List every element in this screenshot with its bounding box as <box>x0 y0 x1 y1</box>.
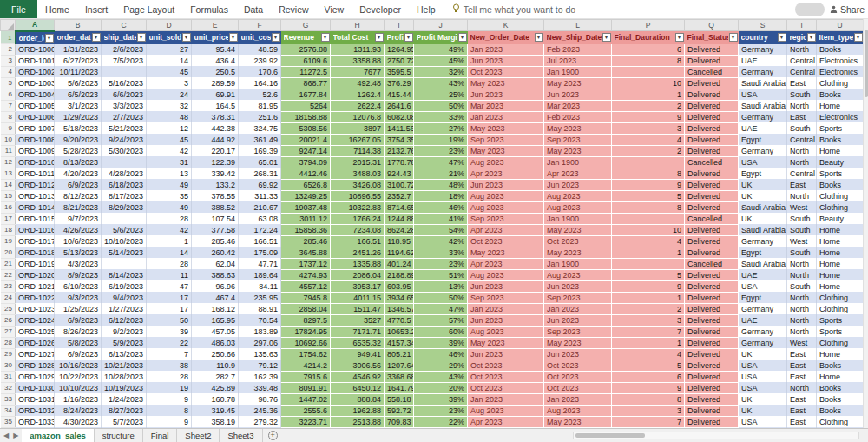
filter-dropdown-icon[interactable]: ▼ <box>45 34 54 43</box>
cell-F7[interactable]: 81.95 <box>239 100 281 111</box>
cell-H8[interactable]: 12076.8 <box>331 111 385 122</box>
row-number-22[interactable]: 22 <box>1 269 16 280</box>
cell-B14[interactable]: 6/9/2023 <box>55 179 102 190</box>
cell-D15[interactable]: 35 <box>147 190 192 201</box>
header-Final_Dauration[interactable]: Final_Dauration▼ <box>612 31 685 44</box>
cell-A16[interactable]: ORD-1014 <box>16 201 55 213</box>
cell-I5[interactable]: 376.29 <box>385 77 414 89</box>
cell-C5[interactable]: 5/16/2023 <box>102 77 147 89</box>
cell-F12[interactable]: 65.01 <box>239 156 281 168</box>
cell-E11[interactable]: 220.17 <box>192 145 239 156</box>
cell-I19[interactable]: 118.95 <box>385 235 414 247</box>
cell-Q19[interactable]: Delivered <box>685 235 739 247</box>
row-number-30[interactable]: 30 <box>1 360 16 371</box>
cell-P14[interactable]: 9 <box>612 179 685 190</box>
row-number-4[interactable]: 4 <box>1 66 16 77</box>
row-number-14[interactable]: 14 <box>1 179 16 190</box>
filter-dropdown-icon[interactable]: ▼ <box>729 33 738 42</box>
row-number-15[interactable]: 15 <box>1 190 16 201</box>
cell-C17[interactable] <box>102 213 147 224</box>
cell-G28[interactable]: 10692.66 <box>281 337 331 348</box>
cell-H12[interactable]: 2015.31 <box>331 156 385 168</box>
cell-U27[interactable]: Sports <box>817 326 864 337</box>
cell-U17[interactable]: Beauty <box>817 213 864 224</box>
cell-B8[interactable]: 1/29/2023 <box>55 111 102 122</box>
cell-K20[interactable]: May 2023 <box>468 247 544 258</box>
cell-C10[interactable]: 9/24/2023 <box>102 134 147 145</box>
cell-E4[interactable]: 250.5 <box>192 66 239 77</box>
cell-F5[interactable]: 164.16 <box>239 77 281 89</box>
cell-U5[interactable]: Clothing <box>817 77 864 89</box>
cell-K24[interactable]: Sep 2023 <box>468 292 544 303</box>
cell-F32[interactable]: 339.48 <box>239 382 281 393</box>
column-letter-S[interactable]: S <box>739 20 787 31</box>
cell-E18[interactable]: 377.58 <box>192 224 239 235</box>
cell-L15[interactable]: Aug 2023 <box>544 190 612 201</box>
cell-A24[interactable]: ORD-1022 <box>16 292 55 303</box>
cell-F31[interactable]: 162.39 <box>239 371 281 382</box>
cell-C15[interactable]: 8/17/2023 <box>102 190 147 201</box>
cell-P5[interactable]: 10 <box>612 77 685 89</box>
cell-H14[interactable]: 3426.08 <box>331 179 385 190</box>
cell-F33[interactable]: 98.76 <box>239 393 281 405</box>
cell-P7[interactable]: 2 <box>612 100 685 111</box>
cell-E26[interactable]: 165.95 <box>192 314 239 326</box>
cell-E6[interactable]: 69.91 <box>192 89 239 100</box>
ribbon-tab-page-layout[interactable]: Page Layout <box>115 0 182 18</box>
cell-T27[interactable]: North <box>787 326 817 337</box>
cell-U6[interactable]: Books <box>817 89 864 100</box>
cell-Q24[interactable]: Delivered <box>685 292 739 303</box>
cell-D12[interactable]: 31 <box>147 156 192 168</box>
cell-T25[interactable]: North <box>787 303 817 314</box>
cell-S33[interactable]: UK <box>739 393 787 405</box>
cell-J5[interactable]: 43% <box>414 77 468 89</box>
cell-C13[interactable]: 4/28/2023 <box>102 168 147 179</box>
cell-F22[interactable]: 189.64 <box>239 269 281 280</box>
cell-H35[interactable]: 2513.88 <box>331 416 385 427</box>
column-letter-C[interactable]: C <box>102 20 147 31</box>
filter-dropdown-icon[interactable]: ▼ <box>272 33 280 42</box>
cell-P30[interactable]: 5 <box>612 360 685 371</box>
column-letter-A[interactable]: A <box>16 20 55 31</box>
cell-Q20[interactable]: Delivered <box>685 247 739 258</box>
cell-P11[interactable]: 2 <box>612 145 685 156</box>
cell-T14[interactable]: East <box>787 179 817 190</box>
cell-P9[interactable]: 3 <box>612 122 685 134</box>
cell-K30[interactable]: Oct 2023 <box>468 360 544 371</box>
cell-A32[interactable]: ORD-1030 <box>16 382 55 393</box>
cell-P15[interactable]: 5 <box>612 190 685 201</box>
cell-P31[interactable]: 6 <box>612 371 685 382</box>
cell-H20[interactable]: 2451.26 <box>331 247 385 258</box>
cell-I35[interactable]: 709.83 <box>385 416 414 427</box>
cell-L8[interactable]: Feb 2023 <box>544 111 612 122</box>
cell-J10[interactable]: 19% <box>414 134 468 145</box>
filter-dropdown-icon[interactable]: ▼ <box>458 33 467 42</box>
cell-L27[interactable]: Sep 2023 <box>544 326 612 337</box>
cell-F34[interactable]: 245.36 <box>239 405 281 416</box>
cell-H34[interactable]: 1962.88 <box>331 405 385 416</box>
cell-I11[interactable]: 2132.76 <box>385 145 414 156</box>
cell-Q9[interactable]: Delivered <box>685 122 739 134</box>
cell-E15[interactable]: 378.55 <box>192 190 239 201</box>
cell-D6[interactable]: 24 <box>147 89 192 100</box>
cell-E17[interactable]: 107.54 <box>192 213 239 224</box>
cell-T16[interactable]: West <box>787 201 817 213</box>
cell-G17[interactable]: 3011.12 <box>281 213 331 224</box>
cell-F19[interactable]: 166.51 <box>239 235 281 247</box>
cell-I17[interactable]: 1244.88 <box>385 213 414 224</box>
cell-A2[interactable]: ORD-1000 <box>16 44 55 56</box>
row-number-31[interactable]: 31 <box>1 371 16 382</box>
ribbon-tab-help[interactable]: Help <box>409 0 444 18</box>
header-Item_type[interactable]: Item_type▼ <box>817 31 864 44</box>
ribbon-tab-view[interactable]: View <box>317 0 352 18</box>
cell-D31[interactable]: 28 <box>147 371 192 382</box>
cell-Q27[interactable]: Delivered <box>685 326 739 337</box>
cell-B20[interactable]: 5/13/2023 <box>55 247 102 258</box>
cell-U2[interactable]: Books <box>817 44 864 56</box>
filter-dropdown-icon[interactable]: ▼ <box>229 33 238 42</box>
cell-C6[interactable]: 6/6/2023 <box>102 89 147 100</box>
cell-K3[interactable]: Jun 2023 <box>468 55 544 66</box>
cell-G26[interactable]: 8297.5 <box>281 314 331 326</box>
cell-S16[interactable]: Saudi Arabia <box>739 201 787 213</box>
cell-T23[interactable]: South <box>787 280 817 292</box>
